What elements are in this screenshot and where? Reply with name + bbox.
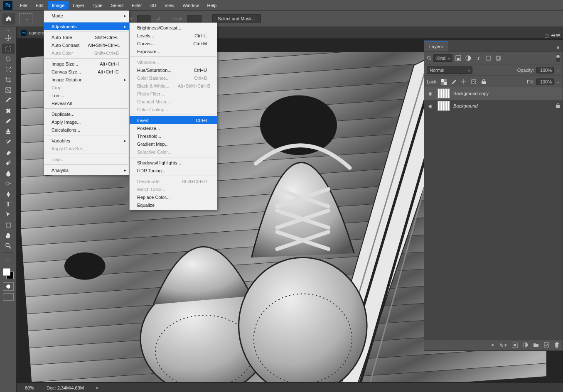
move-tool[interactable] [2,33,15,43]
menu-image-size[interactable]: Image Size...Alt+Ctrl+I [44,60,129,68]
zoom-level[interactable]: 80% [25,385,34,390]
type-tool[interactable]: T [2,199,15,209]
menu-3d[interactable]: 3D [146,1,160,10]
menu-auto-color[interactable]: Auto ColorShift+Ctrl+B [44,49,129,57]
menu-filter[interactable]: Filter [128,1,146,10]
menu-view[interactable]: View [160,1,179,10]
menu-threshold[interactable]: Threshold... [130,132,217,140]
menu-brightness-contrast[interactable]: Brightness/Contrast... [130,24,217,32]
path-select-tool[interactable] [2,210,15,220]
filter-shape-icon[interactable] [484,54,492,62]
menu-layer[interactable]: Layer [69,1,89,10]
menu-type[interactable]: Type [89,1,107,10]
menu-image[interactable]: Image [48,1,69,10]
filter-adjust-icon[interactable] [464,54,472,62]
menu-hue-saturation[interactable]: Hue/Saturation...Ctrl+U [130,66,217,74]
panel-menu-icon[interactable]: ≡ [553,43,563,51]
history-brush-tool[interactable] [2,137,15,147]
marquee-preset[interactable]: ⌄ [19,13,32,24]
blur-tool[interactable] [2,168,15,178]
layer-name[interactable]: Background copy [453,91,489,96]
menu-help[interactable]: Help [203,1,221,10]
crop-tool[interactable] [2,75,15,85]
menu-variables[interactable]: Variables [44,137,129,145]
menu-trim[interactable]: Trim... [44,91,129,99]
lock-pixels-icon[interactable] [450,78,457,86]
toolbar-expand[interactable]: » [0,29,16,33]
visibility-icon[interactable]: ◉ [427,103,434,109]
layer-name[interactable]: Background [453,103,478,108]
layer-row-1[interactable]: ◉ Background [424,100,563,112]
wand-tool[interactable] [2,64,15,74]
menu-curves[interactable]: Curves...Ctrl+M [130,39,217,47]
filter-smart-icon[interactable] [494,54,502,62]
eraser-tool[interactable] [2,147,15,157]
menu-adjustments[interactable]: Adjustments [44,22,129,30]
adjustment-layer-icon[interactable] [523,342,528,348]
marquee-tool[interactable] [2,44,15,54]
menu-window[interactable]: Window [178,1,203,10]
quickmask-toggle[interactable] [3,282,14,291]
filter-type-icon[interactable]: T [474,54,482,62]
brush-tool[interactable] [2,116,15,126]
visibility-icon[interactable]: ◉ [427,91,434,96]
menu-analysis[interactable]: Analysis [44,166,129,174]
opacity-input[interactable]: 100% [536,67,554,74]
frame-tool[interactable] [2,85,15,95]
menu-file[interactable]: File [16,1,32,10]
layer-thumbnail[interactable] [438,101,450,111]
edit-toolbar[interactable]: ⋯ [2,255,15,265]
select-and-mask-button[interactable]: Select and Mask... [212,14,261,23]
menu-reveal-all[interactable]: Reveal All [44,99,129,107]
menu-hdr-toning[interactable]: HDR Toning... [130,167,217,174]
blend-mode-select[interactable]: Normal [427,66,472,74]
menu-posterize[interactable]: Posterize... [130,124,217,132]
pen-tool[interactable] [2,189,15,199]
minimize-button[interactable]: — [533,33,538,38]
lasso-tool[interactable] [2,54,15,64]
healing-tool[interactable] [2,106,15,116]
hand-tool[interactable] [2,230,15,240]
menu-auto-tone[interactable]: Auto ToneShift+Ctrl+L [44,33,129,41]
new-layer-icon[interactable] [544,342,549,348]
lock-transparency-icon[interactable] [440,78,447,86]
menu-invert[interactable]: InvertCtrl+I [130,116,217,124]
doc-size[interactable]: Doc: 2,34M/4,69M [47,385,84,390]
menu-levels[interactable]: Levels...Ctrl+L [130,32,217,39]
group-icon[interactable] [533,343,539,348]
eyedropper-tool[interactable] [2,96,15,105]
mask-icon[interactable] [512,343,518,348]
link-layers-icon[interactable]: ⚭ [491,343,494,348]
menu-image-rotation[interactable]: Image Rotation [44,76,129,83]
panel-close-icon[interactable]: ✕ [557,32,561,38]
menu-duplicate[interactable]: Duplicate... [44,110,129,118]
layer-row-0[interactable]: ◉ Background copy [424,87,563,100]
chevron-down-icon[interactable]: ⌄ [556,67,560,73]
home-button[interactable] [2,13,15,24]
layer-thumbnail[interactable] [438,88,450,98]
menu-apply-image[interactable]: Apply Image... [44,118,129,126]
panel-collapse-icon[interactable]: ◂◂ [551,32,554,38]
stamp-tool[interactable] [2,127,15,137]
menu-replace-color[interactable]: Replace Color... [130,193,217,201]
menu-canvas-size[interactable]: Canvas Size...Alt+Ctrl+C [44,68,129,76]
menu-select[interactable]: Select [107,1,128,10]
lock-all-icon[interactable] [480,78,487,86]
color-swatches[interactable] [2,267,15,280]
menu-edit[interactable]: Edit [32,1,48,10]
screenmode-toggle[interactable] [3,293,14,301]
menu-equalize[interactable]: Equalize [130,201,217,209]
layer-filter-search[interactable]: Kind [427,54,452,62]
fx-icon[interactable]: fx ▾ [499,343,507,348]
gradient-tool[interactable] [2,158,15,168]
menu-mode[interactable]: Mode [44,12,129,20]
maximize-button[interactable]: ▢ [544,33,548,38]
lock-artboard-icon[interactable] [470,78,477,86]
menu-auto-contrast[interactable]: Auto ContrastAlt+Shift+Ctrl+L [44,41,129,49]
delete-layer-icon[interactable] [554,342,559,349]
menu-shadows-highlights[interactable]: Shadows/Highlights... [130,159,217,167]
lock-position-icon[interactable] [460,78,467,86]
menu-gradient-map[interactable]: Gradient Map... [130,140,217,148]
kind-select[interactable]: Kind [433,54,452,62]
status-caret-icon[interactable]: ▸ [96,385,99,390]
